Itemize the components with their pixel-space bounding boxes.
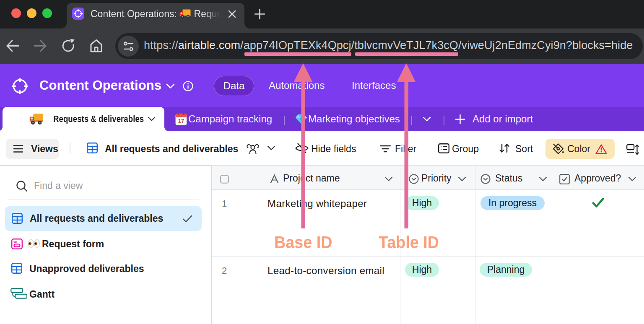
svg-text:17: 17 (178, 118, 184, 124)
